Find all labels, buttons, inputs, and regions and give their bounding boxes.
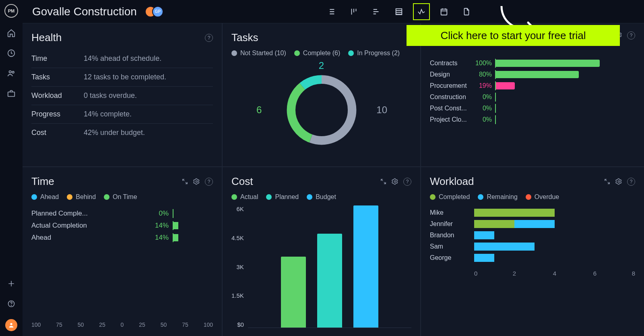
time-row: Ahead 14% (31, 234, 213, 242)
workload-row: Sam (430, 243, 635, 251)
svg-point-15 (618, 180, 619, 182)
list-view-icon[interactable] (327, 7, 336, 16)
health-help-icon[interactable]: ? (205, 34, 213, 42)
time-row: Actual Completion 14% (31, 222, 213, 230)
workload-row: Jennifer (430, 220, 635, 228)
tasks-donut-chart (281, 70, 362, 150)
project-avatars[interactable]: GP (145, 6, 163, 17)
time-bar (173, 222, 213, 229)
workload-bar (474, 243, 635, 251)
cost-bar-chart (248, 205, 411, 328)
file-view-icon[interactable] (462, 7, 471, 16)
gantt-view-icon[interactable] (372, 7, 381, 16)
health-row: Tasks12 tasks to be completed. (31, 68, 213, 87)
team-icon[interactable] (6, 68, 16, 78)
legend-item: Remaining (478, 193, 517, 201)
time-percent: 14% (147, 222, 169, 230)
progress-percent: 80% (474, 71, 495, 78)
legend-item: Actual (231, 193, 258, 201)
health-value: 42% under budget. (84, 129, 145, 137)
legend-item: Ahead (31, 193, 59, 201)
time-legend: AheadBehindOn Time (31, 193, 213, 201)
home-icon[interactable] (6, 28, 16, 38)
health-row: Cost42% under budget. (31, 124, 213, 142)
workload-legend: CompletedRemainingOverdue (430, 193, 635, 201)
progress-bar (495, 116, 600, 123)
workload-help-icon[interactable]: ? (627, 178, 635, 186)
help-icon[interactable] (6, 299, 16, 309)
workload-settings-icon[interactable] (615, 178, 622, 185)
time-row: Planned Comple... 0% (31, 209, 213, 218)
board-view-icon[interactable] (349, 7, 358, 16)
health-label: Progress (31, 110, 84, 118)
progress-percent: 100% (474, 60, 495, 67)
time-label: Planned Comple... (31, 209, 147, 218)
app-logo[interactable]: PM (4, 4, 18, 18)
cost-bar-budget (353, 205, 378, 328)
avatar-user-2: GP (152, 6, 163, 17)
svg-rect-3 (8, 92, 15, 96)
progress-label: Design (430, 71, 474, 78)
workload-bar (474, 209, 635, 217)
legend-item: In Progress (2) (348, 50, 400, 57)
progress-label: Contracts (430, 60, 474, 67)
legend-item: Budget (307, 193, 336, 201)
workload-name: Mike (430, 209, 474, 216)
cost-settings-icon[interactable] (392, 178, 398, 185)
workload-expand-icon[interactable] (604, 178, 611, 185)
time-help-icon[interactable]: ? (205, 178, 213, 186)
time-settings-icon[interactable] (193, 178, 200, 185)
progress-label: Procurement (430, 82, 474, 89)
time-expand-icon[interactable] (182, 178, 188, 185)
legend-item: Overdue (526, 193, 559, 201)
sheet-view-icon[interactable] (394, 7, 403, 16)
legend-item: Planned (266, 193, 299, 201)
workload-row: Brandon (430, 231, 635, 239)
time-percent: 14% (147, 234, 169, 242)
time-percent: 0% (147, 209, 169, 218)
workload-name: George (430, 254, 474, 261)
add-icon[interactable] (6, 279, 16, 288)
progress-help-icon[interactable]: ? (627, 31, 635, 39)
recent-icon[interactable] (6, 48, 16, 58)
health-label: Cost (31, 129, 84, 137)
workload-name: Jennifer (430, 220, 474, 228)
workload-axis: 02468 (430, 270, 635, 277)
health-value: 14% ahead of schedule. (84, 54, 161, 63)
legend-item: Not Started (10) (231, 50, 286, 57)
legend-item: Behind (67, 193, 96, 201)
cost-expand-icon[interactable] (380, 178, 387, 185)
dashboard-view-icon[interactable] (417, 7, 426, 16)
svg-rect-7 (396, 8, 402, 15)
legend-item: On Time (104, 193, 137, 201)
cost-help-icon[interactable]: ? (403, 178, 411, 186)
cost-title: Cost (231, 175, 253, 188)
progress-bar (495, 60, 600, 67)
svg-point-5 (11, 305, 12, 306)
calendar-view-icon[interactable] (440, 7, 448, 16)
briefcase-icon[interactable] (6, 89, 16, 98)
progress-row: Procurement 19% (430, 82, 635, 89)
time-bar (173, 210, 213, 217)
cost-y-axis: 6K4.5K3K1.5K$0 (231, 205, 248, 328)
workload-name: Brandon (430, 232, 474, 239)
tasks-title: Tasks (231, 31, 258, 44)
progress-label: Post Const... (430, 105, 474, 112)
health-label: Tasks (31, 73, 84, 81)
free-trial-cta[interactable]: Click here to start your free trial (407, 25, 620, 46)
progress-row: Construction 0% (430, 93, 635, 101)
progress-percent: 0% (474, 93, 495, 101)
sidebar-rail: PM (0, 0, 23, 336)
health-label: Workload (31, 91, 84, 100)
progress-label: Project Clo... (430, 116, 474, 123)
health-row: Workload0 tasks overdue. (31, 87, 213, 105)
progress-bar (495, 82, 600, 89)
topbar: Govalle Construction GP (23, 0, 644, 23)
time-bar (173, 234, 213, 241)
cost-bar-actual (281, 257, 306, 328)
workload-name: Sam (430, 243, 474, 250)
progress-bar (495, 105, 600, 112)
tasks-count-complete: 6 (256, 104, 262, 116)
user-avatar[interactable] (5, 319, 17, 331)
project-title: Govalle Construction (32, 5, 137, 18)
